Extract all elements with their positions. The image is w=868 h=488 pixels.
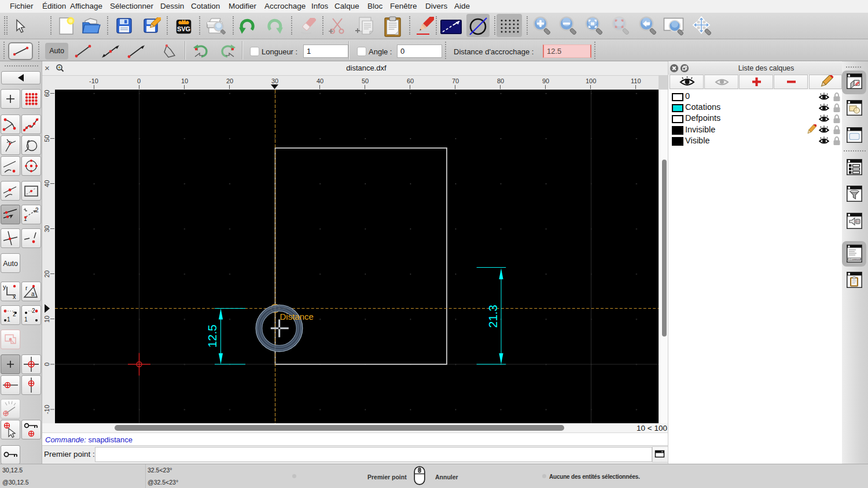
svg-text:y: y (3, 283, 6, 290)
svg-text:Distance: Distance (280, 312, 314, 321)
svg-text:a: a (31, 291, 35, 297)
svg-text:1: 1 (24, 316, 28, 323)
svg-text:30: 30 (43, 225, 50, 232)
svg-text:50: 50 (43, 135, 50, 142)
svg-text:-10: -10 (43, 405, 50, 414)
svg-text:2: 2 (13, 311, 16, 317)
svg-text:12.5: 12.5 (205, 324, 219, 347)
svg-text:C command: C command (849, 258, 860, 261)
svg-text:SVG: SVG (177, 25, 190, 32)
svg-text:x: x (13, 293, 16, 300)
svg-text:40: 40 (43, 180, 50, 187)
svg-text:10: 10 (43, 316, 50, 323)
svg-text:20: 20 (43, 271, 50, 278)
svg-text:r: r (25, 285, 28, 291)
svg-text:21.3: 21.3 (486, 305, 499, 328)
svg-text:1: 1 (7, 316, 10, 323)
svg-text:60: 60 (43, 90, 50, 97)
svg-text:0: 0 (43, 363, 50, 366)
